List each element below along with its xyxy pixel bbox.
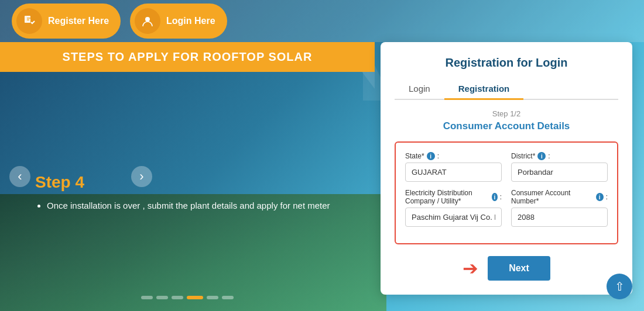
step-number: Step 4 bbox=[35, 173, 340, 192]
tab-login[interactable]: Login bbox=[395, 79, 444, 100]
svg-point-1 bbox=[145, 17, 150, 22]
step-content: Step 4 Once installation is over , submi… bbox=[0, 74, 375, 311]
account-group: Consumer Account Number* i : bbox=[511, 189, 608, 227]
state-info-icon: i bbox=[427, 152, 435, 160]
utility-info-icon: i bbox=[492, 193, 497, 201]
tab-registration[interactable]: Registration bbox=[444, 79, 524, 100]
utility-group: Electricity Distribution Company / Utili… bbox=[405, 189, 502, 227]
action-area: ➔ Next bbox=[395, 256, 618, 281]
steps-header: STEPS TO APPLY FOR ROOFTOP SOLAR bbox=[0, 42, 375, 72]
account-info-icon: i bbox=[596, 193, 604, 201]
scroll-top-button[interactable]: ⇧ bbox=[607, 274, 632, 299]
tab-bar: Login Registration bbox=[395, 79, 618, 100]
header-bar: Register Here Login Here bbox=[0, 0, 644, 42]
next-button[interactable]: Next bbox=[488, 256, 550, 281]
district-label: District* i : bbox=[511, 152, 608, 160]
step-indicator: Step 1/2 bbox=[395, 109, 618, 118]
left-panel: STEPS TO APPLY FOR ROOFTOP SOLAR Step 4 … bbox=[0, 42, 375, 311]
account-label: Consumer Account Number* i : bbox=[511, 189, 608, 205]
panel-title: Registration for Login bbox=[395, 56, 618, 70]
step-description: Once installation is over , submit the p… bbox=[35, 199, 340, 213]
carousel-prev-button[interactable]: ‹ bbox=[9, 166, 30, 187]
account-input[interactable] bbox=[511, 208, 608, 227]
consumer-account-form: State* i : District* i : Electricity Dis… bbox=[395, 141, 618, 244]
registration-panel: Registration for Login Login Registratio… bbox=[381, 42, 632, 295]
state-label: State* i : bbox=[405, 152, 502, 160]
utility-label: Electricity Distribution Company / Utili… bbox=[405, 189, 502, 205]
steps-header-text: STEPS TO APPLY FOR ROOFTOP SOLAR bbox=[63, 50, 313, 63]
district-input[interactable] bbox=[511, 163, 608, 182]
district-info-icon: i bbox=[537, 152, 546, 160]
svg-rect-0 bbox=[25, 16, 30, 23]
dot-2 bbox=[156, 296, 168, 299]
form-row-1: State* i : District* i : bbox=[405, 152, 608, 182]
state-input[interactable] bbox=[405, 163, 502, 182]
dot-6 bbox=[222, 296, 234, 299]
carousel-next-button[interactable]: › bbox=[131, 166, 152, 187]
login-icon bbox=[135, 8, 160, 34]
dot-3 bbox=[172, 296, 183, 299]
state-group: State* i : bbox=[405, 152, 502, 182]
form-subtitle: Consumer Account Details bbox=[395, 120, 618, 132]
login-button[interactable]: Login Here bbox=[130, 4, 227, 39]
register-icon bbox=[16, 8, 42, 34]
register-button[interactable]: Register Here bbox=[12, 4, 121, 39]
dot-5 bbox=[207, 296, 218, 299]
district-group: District* i : bbox=[511, 152, 608, 182]
login-label: Login Here bbox=[166, 16, 215, 26]
carousel-dots bbox=[141, 296, 234, 299]
dot-1 bbox=[141, 296, 153, 299]
arrow-indicator: ➔ bbox=[463, 257, 478, 279]
register-label: Register Here bbox=[48, 16, 109, 26]
utility-input[interactable] bbox=[405, 208, 502, 227]
form-row-2: Electricity Distribution Company / Utili… bbox=[405, 189, 608, 227]
dot-4 bbox=[187, 296, 203, 299]
